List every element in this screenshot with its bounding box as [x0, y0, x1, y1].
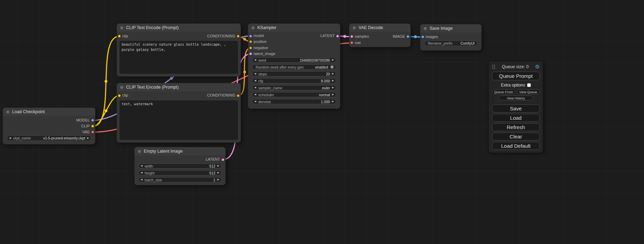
increment-arrow-icon[interactable]: ▶ — [332, 87, 334, 89]
node-titlebar[interactable]: Load Checkpoint — [3, 108, 95, 116]
decrement-arrow-icon[interactable]: ◀ — [254, 73, 256, 75]
width-widget[interactable]: ◀ width 512 ▶ — [139, 163, 221, 169]
input-port-clip[interactable] — [118, 94, 121, 97]
input-port-latent-image[interactable] — [249, 52, 252, 55]
widget-value: 156680208700286 — [300, 58, 330, 62]
clear-button[interactable]: Clear — [492, 133, 540, 141]
decrement-arrow-icon[interactable]: ◀ — [254, 100, 256, 103]
queue-prompt-button[interactable]: Queue Prompt — [492, 72, 540, 80]
steps-widget[interactable]: ◀ steps 20 ▶ — [252, 71, 336, 76]
ckpt-name-widget[interactable]: ◀ ckpt_name v1-5-pruned-emaonly.ckpt ▶ — [7, 135, 91, 141]
node-status-dot — [120, 86, 123, 89]
increment-arrow-icon[interactable]: ▶ — [87, 137, 89, 139]
increment-arrow-icon[interactable]: ▶ — [218, 172, 219, 174]
wire-midpoint-dot — [105, 109, 107, 112]
input-port-positive[interactable] — [249, 40, 252, 43]
input-port-negative[interactable] — [249, 46, 252, 49]
queue-buttons-row: Queue Front View Queue — [492, 89, 540, 94]
node-empty-latent-image[interactable]: Empty Latent Image LATENT ◀ width 512 ▶ … — [134, 147, 226, 185]
settings-gear-icon[interactable]: ⚙ — [535, 64, 540, 70]
output-port-latent[interactable] — [336, 35, 339, 38]
decrement-arrow-icon[interactable]: ◀ — [141, 165, 142, 167]
height-widget[interactable]: ◀ height 512 ▶ — [139, 170, 221, 175]
node-status-dot — [424, 27, 427, 30]
input-port-clip[interactable] — [118, 35, 121, 38]
widget-value: enabled — [315, 65, 328, 69]
negative-prompt-textarea[interactable]: text, watermark — [120, 100, 238, 140]
widget-value: 1.000 — [321, 100, 330, 104]
widget-label: seed — [258, 58, 266, 62]
input-port-samples[interactable] — [350, 35, 353, 38]
decrement-arrow-icon[interactable]: ◀ — [254, 87, 256, 89]
extra-options-row: Extra options — [492, 83, 540, 88]
view-history-button[interactable]: View History — [499, 96, 533, 100]
denoise-widget[interactable]: ◀ denoise 1.000 ▶ — [252, 99, 336, 104]
widget-value: 20 — [326, 72, 330, 76]
increment-arrow-icon[interactable]: ▶ — [332, 93, 334, 96]
node-clip-text-encode-negative[interactable]: CLIP Text Encode (Prompt) clip CONDITION… — [117, 83, 241, 143]
positive-prompt-textarea[interactable]: beautiful scenery nature glass bottle la… — [120, 41, 238, 74]
decrement-arrow-icon[interactable]: ◀ — [141, 179, 142, 181]
decrement-arrow-icon[interactable]: ◀ — [254, 80, 256, 82]
output-port-image[interactable] — [406, 35, 409, 38]
random-seed-toggle-widget[interactable]: Random seed after every gen enabled — [252, 64, 336, 70]
node-titlebar[interactable]: CLIP Text Encode (Prompt) — [117, 83, 241, 91]
load-button[interactable]: Load — [492, 114, 540, 122]
input-port-vae[interactable] — [350, 41, 353, 44]
node-title: KSampler — [257, 25, 276, 30]
filename-prefix-widget[interactable]: filename_prefix ComfyUI — [424, 40, 477, 46]
refresh-button[interactable]: Refresh — [492, 123, 540, 131]
wire-midpoint-dot — [105, 80, 107, 83]
node-ksampler[interactable]: KSampler model positive negative latent_… — [248, 24, 340, 109]
decrement-arrow-icon[interactable]: ◀ — [141, 172, 142, 174]
node-titlebar[interactable]: CLIP Text Encode (Prompt) — [117, 24, 241, 32]
output-port-model[interactable] — [91, 119, 94, 122]
output-label-conditioning: CONDITIONING — [207, 93, 235, 97]
increment-arrow-icon[interactable]: ▶ — [218, 165, 219, 167]
decrement-arrow-icon[interactable]: ◀ — [254, 59, 256, 61]
scheduler-widget[interactable]: ◀ scheduler normal ▶ — [252, 92, 336, 97]
input-port-images[interactable] — [421, 35, 424, 38]
widget-value: 8.000 — [321, 79, 330, 83]
cfg-widget[interactable]: ◀ cfg 8.000 ▶ — [252, 78, 336, 83]
wire-midpoint-dot — [414, 35, 417, 38]
seed-widget[interactable]: ◀ seed 156680208700286 ▶ — [252, 57, 336, 63]
output-port-clip[interactable] — [91, 125, 94, 128]
increment-arrow-icon[interactable]: ▶ — [332, 73, 334, 75]
drag-handle-icon[interactable] — [492, 64, 495, 69]
node-save-image[interactable]: Save Image images filename_prefix ComfyU… — [420, 24, 482, 51]
sampler-name-widget[interactable]: ◀ sampler_name euler ▶ — [252, 85, 336, 90]
widget-value: v1-5-pruned-emaonly.ckpt — [43, 136, 85, 140]
input-label-samples: samples — [355, 34, 369, 38]
increment-arrow-icon[interactable]: ▶ — [332, 59, 334, 61]
node-load-checkpoint[interactable]: Load Checkpoint MODEL CLIP VAE ◀ ckpt_na… — [3, 108, 95, 144]
node-titlebar[interactable]: Empty Latent Image — [134, 147, 226, 155]
batch-size-widget[interactable]: ◀ batch_size 1 ▶ — [139, 177, 221, 182]
view-queue-button[interactable]: View Queue — [517, 89, 540, 94]
input-port-model[interactable] — [249, 35, 252, 38]
widget-label: sampler_name — [258, 86, 282, 90]
node-titlebar[interactable]: Save Image — [420, 24, 482, 33]
decrement-arrow-icon[interactable]: ◀ — [9, 137, 11, 139]
node-graph-canvas[interactable]: Load Checkpoint MODEL CLIP VAE ◀ ckpt_na… — [0, 0, 644, 244]
widget-value: 1 — [213, 178, 215, 182]
node-clip-text-encode-positive[interactable]: CLIP Text Encode (Prompt) clip CONDITION… — [117, 24, 241, 76]
wire-midpoint-dot — [243, 71, 246, 73]
increment-arrow-icon[interactable]: ▶ — [332, 80, 334, 82]
extra-options-checkbox[interactable] — [527, 83, 531, 87]
output-port-latent[interactable] — [221, 158, 224, 161]
node-titlebar[interactable]: VAE Decode — [349, 24, 411, 32]
queue-front-button[interactable]: Queue Front — [492, 89, 515, 94]
output-port-conditioning[interactable] — [237, 94, 240, 97]
decrement-arrow-icon[interactable]: ◀ — [254, 93, 256, 96]
node-titlebar[interactable]: KSampler — [248, 24, 340, 32]
save-button[interactable]: Save — [492, 105, 540, 112]
increment-arrow-icon[interactable]: ▶ — [218, 179, 219, 181]
queue-control-panel: Queue size: 0 ⚙ Queue Prompt Extra optio… — [488, 61, 543, 153]
load-default-button[interactable]: Load Default — [492, 142, 540, 150]
output-port-vae[interactable] — [91, 130, 94, 134]
output-port-conditioning[interactable] — [237, 35, 240, 38]
increment-arrow-icon[interactable]: ▶ — [332, 100, 334, 103]
node-vae-decode[interactable]: VAE Decode samples vae IMAGE — [349, 24, 411, 47]
toggle-knob-icon[interactable] — [330, 65, 334, 69]
